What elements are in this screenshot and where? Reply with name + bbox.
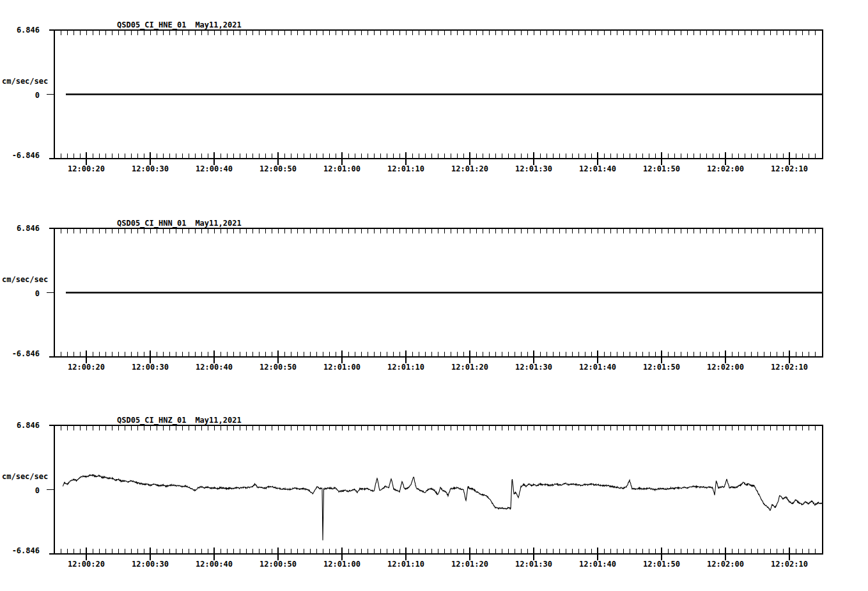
x-tick-label: 12:00:50: [251, 560, 305, 569]
y-min-label: -6.846: [0, 547, 40, 555]
x-tick-label: 12:01:20: [443, 363, 497, 372]
y-axis-unit: cm/sec/sec: [2, 473, 48, 481]
x-tick-label: 12:01:50: [635, 560, 688, 569]
trace-date: May11,2021: [195, 416, 241, 425]
y-max-label: 6.846: [0, 26, 40, 35]
x-tick-label: 12:01:20: [443, 560, 497, 569]
station-code: QSD05_CI_HNN_01: [117, 219, 186, 228]
x-tick-label: 12:02:10: [763, 560, 816, 569]
y-axis-unit: cm/sec/sec: [2, 77, 48, 86]
panel-2: [47, 425, 823, 560]
x-tick-label: 12:01:00: [315, 363, 369, 372]
x-tick-label: 12:02:00: [699, 165, 752, 173]
x-tick-label: 12:01:10: [379, 560, 433, 569]
x-tick-label: 12:00:30: [123, 560, 177, 569]
y-min-label: -6.846: [0, 152, 40, 160]
x-tick-label: 12:00:40: [187, 165, 241, 173]
x-tick-label: 12:01:40: [571, 165, 624, 173]
x-tick-label: 12:01:00: [315, 560, 369, 569]
y-zero-label: 0: [0, 290, 40, 298]
x-tick-label: 12:00:30: [123, 165, 177, 173]
seismogram-page: QSD05_CI_HNE_01May11,2021 6.846 0 -6.846…: [0, 0, 868, 591]
panel-0: [47, 30, 823, 165]
x-tick-label: 12:01:50: [635, 165, 688, 173]
x-tick-label: 12:00:20: [59, 560, 113, 569]
x-tick-label: 12:00:50: [251, 165, 305, 173]
x-tick-label: 12:01:00: [315, 165, 369, 173]
x-tick-label: 12:00:40: [187, 363, 241, 372]
x-tick-label: 12:01:30: [507, 363, 561, 372]
panel-title-hnn: QSD05_CI_HNN_01May11,2021: [117, 219, 242, 228]
x-tick-label: 12:00:30: [123, 363, 177, 372]
x-tick-label: 12:00:50: [251, 363, 305, 372]
x-tick-label: 12:01:40: [571, 363, 624, 372]
y-max-label: 6.846: [0, 225, 40, 233]
y-axis-unit: cm/sec/sec: [2, 276, 48, 284]
x-tick-label: 12:01:10: [379, 165, 433, 173]
trace-date: May11,2021: [195, 219, 241, 228]
x-tick-label: 12:01:40: [571, 560, 624, 569]
panel-1: [47, 228, 823, 363]
x-tick-label: 12:02:00: [699, 560, 752, 569]
x-tick-label: 12:02:10: [763, 363, 816, 372]
x-tick-label: 12:00:40: [187, 560, 241, 569]
y-min-label: -6.846: [0, 350, 40, 358]
x-tick-label: 12:01:20: [443, 165, 497, 173]
x-tick-label: 12:01:30: [507, 560, 561, 569]
x-tick-label: 12:00:20: [59, 363, 113, 372]
panel-title-hnz: QSD05_CI_HNZ_01May11,2021: [117, 416, 242, 425]
trace-date: May11,2021: [195, 20, 241, 29]
station-code: QSD05_CI_HNZ_01: [117, 416, 186, 425]
x-tick-label: 12:01:50: [635, 363, 688, 372]
station-code: QSD05_CI_HNE_01: [117, 20, 186, 29]
x-tick-label: 12:01:30: [507, 165, 561, 173]
x-tick-label: 12:00:20: [59, 165, 113, 173]
y-zero-label: 0: [0, 487, 40, 495]
y-max-label: 6.846: [0, 422, 40, 430]
panel-title-hne: QSD05_CI_HNE_01May11,2021: [117, 21, 242, 29]
plot-frame: [54, 425, 823, 554]
seismogram-canvas: [0, 0, 868, 591]
y-zero-label: 0: [0, 91, 40, 100]
x-tick-label: 12:02:10: [763, 165, 816, 173]
x-tick-label: 12:02:00: [699, 363, 752, 372]
x-tick-label: 12:01:10: [379, 363, 433, 372]
trace-QSD05_CI_HNZ_01: [63, 475, 823, 540]
